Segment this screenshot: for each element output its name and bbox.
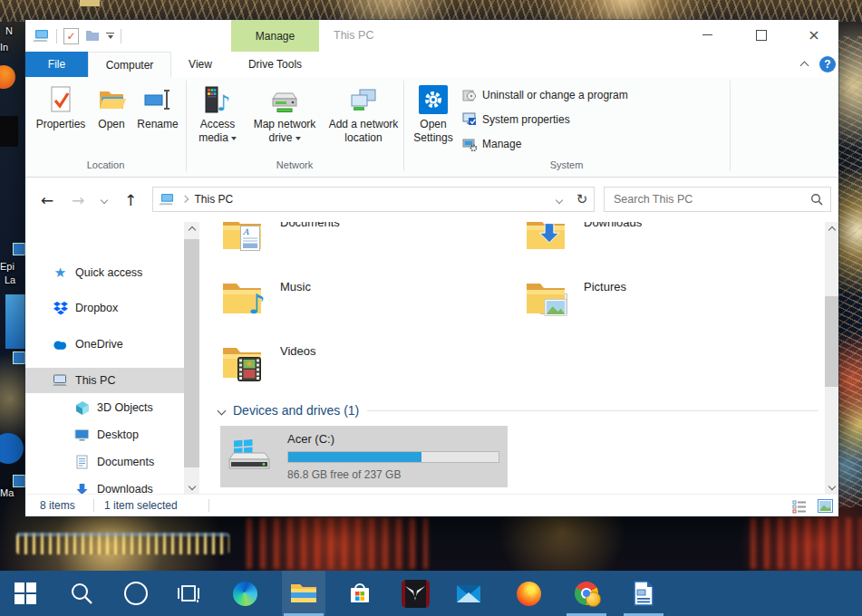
desktop-icon-fragment <box>80 0 100 6</box>
music-folder-icon: ♪ <box>220 274 264 318</box>
manage-label: Manage <box>482 138 521 150</box>
scrollbar-thumb[interactable] <box>184 239 199 467</box>
this-pc-icon[interactable] <box>33 29 50 43</box>
sidebar-item-onedrive[interactable]: OneDrive <box>25 332 184 357</box>
collapse-section-chevron-icon <box>218 406 227 415</box>
close-icon: × <box>808 28 819 43</box>
rename-icon <box>143 85 172 114</box>
taskbar-mail-button[interactable] <box>447 571 490 616</box>
sidebar-item-3d-objects[interactable]: 3D Objects <box>25 395 184 420</box>
music-note-overlay-icon: ♪ <box>248 291 266 318</box>
document-app-icon <box>633 581 654 606</box>
access-media-button[interactable]: ♪ Access media <box>192 79 243 145</box>
system-properties-icon <box>462 112 477 127</box>
taskbar-search-button[interactable] <box>60 571 103 616</box>
open-settings-button[interactable]: Open Settings <box>410 79 457 145</box>
folder-tile-videos[interactable]: Videos <box>220 339 316 382</box>
recent-locations-button[interactable] <box>94 178 114 222</box>
desktop-icon-fragment <box>0 65 15 89</box>
maximize-button[interactable] <box>741 20 782 50</box>
tab-drive-tools[interactable]: Drive Tools <box>231 52 319 77</box>
drive-capacity-bar <box>287 451 499 463</box>
scroll-down-button[interactable] <box>825 478 838 494</box>
details-view-button[interactable] <box>790 498 809 514</box>
open-settings-label: Open Settings <box>410 118 457 145</box>
content-scrollbar[interactable] <box>825 222 838 494</box>
properties-check-icon[interactable]: ✓ <box>63 28 79 44</box>
address-bar[interactable]: This PC <box>152 187 571 212</box>
help-button[interactable]: ? <box>819 56 836 72</box>
sidebar-item-desktop[interactable]: Desktop <box>25 422 184 448</box>
sidebar-item-this-pc[interactable]: This PC <box>25 368 184 393</box>
rename-label: Rename <box>137 118 178 131</box>
boat-lights <box>16 533 229 554</box>
this-pc-icon <box>159 193 175 207</box>
taskbar-firefox-button[interactable] <box>507 571 550 616</box>
folder-tile-downloads[interactable]: Downloads <box>524 222 642 254</box>
taskbar-chrome-button[interactable] <box>565 571 608 616</box>
minimize-button[interactable] <box>686 20 728 50</box>
taskbar-store-button[interactable] <box>338 571 382 616</box>
taskbar-edge-button[interactable] <box>223 571 266 616</box>
sidebar-item-dropbox[interactable]: Dropbox <box>25 295 184 321</box>
forward-button[interactable]: → <box>65 178 91 222</box>
scroll-down-button[interactable] <box>184 478 199 494</box>
breadcrumb-path[interactable]: This PC <box>195 193 234 206</box>
tab-file[interactable]: File <box>25 52 88 77</box>
taskbar-predator-button[interactable] <box>393 571 437 616</box>
folder-tile-music[interactable]: ♪ Music <box>220 274 311 318</box>
access-media-label: Access media <box>192 118 243 145</box>
task-view-icon <box>177 583 200 603</box>
add-network-location-button[interactable]: Add a network location <box>324 79 402 145</box>
up-button[interactable]: ↑ <box>118 178 143 222</box>
drive-tile-acer-c[interactable]: Acer (C:) 86.8 GB free of 237 GB <box>220 426 508 487</box>
contextual-tab-manage[interactable]: Manage <box>231 20 319 52</box>
start-button[interactable] <box>4 571 47 616</box>
sidebar-item-downloads[interactable]: Downloads <box>25 476 184 494</box>
tab-computer[interactable]: Computer <box>88 52 171 78</box>
rename-button[interactable]: Rename <box>131 79 184 131</box>
scroll-up-button[interactable] <box>184 222 199 237</box>
open-button[interactable]: Open <box>92 79 131 131</box>
collapse-ribbon-button[interactable] <box>795 57 813 73</box>
cortana-button[interactable] <box>114 571 158 616</box>
separator <box>121 29 121 43</box>
folder-icon[interactable] <box>85 30 100 42</box>
uninstall-program-button[interactable]: Uninstall or change a program <box>462 84 628 106</box>
folder-tile-documents[interactable]: A Documents <box>220 222 340 254</box>
dropdown-caret-icon <box>295 137 301 140</box>
quick-access-star-icon: ★ <box>53 265 68 281</box>
system-properties-button[interactable]: System properties <box>462 109 570 130</box>
tab-view[interactable]: View <box>169 52 231 77</box>
search-box[interactable] <box>604 187 831 212</box>
address-dropdown-button[interactable] <box>548 193 570 206</box>
search-icon[interactable] <box>810 193 823 206</box>
taskbar-file-explorer-button[interactable] <box>282 571 325 616</box>
task-view-button[interactable] <box>167 571 210 616</box>
back-button[interactable]: ← <box>34 178 60 222</box>
folder-label: Videos <box>280 344 316 382</box>
folder-label: Documents <box>280 222 340 254</box>
scroll-up-button[interactable] <box>825 222 838 237</box>
desktop-icon-label: In <box>0 42 8 53</box>
refresh-button[interactable]: ↻ <box>570 187 595 212</box>
scrollbar-thumb[interactable] <box>825 296 838 387</box>
sidebar-item-quick-access[interactable]: ★ Quick access <box>25 260 184 285</box>
folder-tile-pictures[interactable]: Pictures <box>524 274 626 318</box>
sidebar-scrollbar[interactable] <box>184 222 199 494</box>
taskbar-document-app-button[interactable] <box>622 571 665 616</box>
search-input[interactable] <box>612 192 810 207</box>
sidebar-item-label: This PC <box>75 374 115 387</box>
devices-and-drives-section-header[interactable]: Devices and drives (1) <box>218 403 818 418</box>
download-arrow-icon <box>74 482 90 495</box>
map-network-drive-button[interactable]: Map network drive <box>246 79 324 145</box>
customize-quick-access-dropdown-icon[interactable] <box>106 33 114 39</box>
sidebar-item-documents[interactable]: Documents <box>25 449 184 475</box>
desktop-monitor-icon <box>74 428 90 443</box>
desktop-shortcut-badge <box>13 351 25 364</box>
properties-button[interactable]: Properties <box>33 79 89 131</box>
manage-button[interactable]: Manage <box>462 133 521 155</box>
large-icons-view-button[interactable] <box>816 498 834 514</box>
close-button[interactable]: × <box>793 20 835 50</box>
desktop-shortcut-badge <box>13 243 25 255</box>
